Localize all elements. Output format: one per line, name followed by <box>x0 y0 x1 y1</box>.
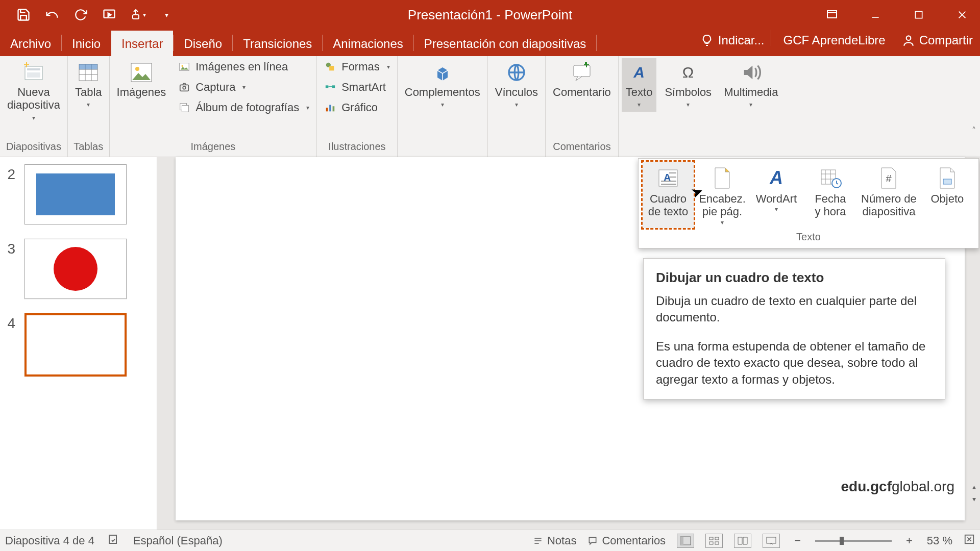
normal-view-button[interactable] <box>677 534 694 548</box>
date-time-label: Fecha y hora <box>815 192 846 218</box>
calendar-clock-icon <box>816 164 845 192</box>
group-label-empty <box>700 139 703 156</box>
status-bar: Diapositiva 4 de 4 Español (España) Nota… <box>0 530 980 551</box>
tab-transiciones[interactable]: Transiciones <box>233 31 322 56</box>
notes-icon <box>533 536 543 546</box>
redo-icon[interactable] <box>72 7 89 23</box>
svg-text:A: A <box>769 167 783 188</box>
tab-archivo[interactable]: Archivo <box>0 31 61 56</box>
thumbnail-2[interactable]: 2 <box>0 161 157 236</box>
speaker-icon <box>739 61 763 84</box>
zoom-out-button[interactable]: − <box>791 534 804 547</box>
zoom-handle[interactable] <box>840 537 844 545</box>
zoom-slider[interactable] <box>815 540 892 542</box>
svg-point-20 <box>182 65 184 67</box>
spellcheck-icon[interactable] <box>108 533 120 548</box>
tooltip-para-1: Dibuja un cuadro de texto en cualquier p… <box>656 293 933 326</box>
ribbon-tabs: Archivo Inicio Insertar Diseño Transicio… <box>0 30 980 56</box>
undo-icon[interactable] <box>44 7 60 23</box>
group-label-empty <box>441 139 444 156</box>
hash-page-icon: # <box>874 164 903 192</box>
scroll-up-icon[interactable]: ▴ <box>969 483 979 494</box>
document-title: Presentación1 - PowerPoint <box>408 7 572 23</box>
wordart-button[interactable]: A WordArt <box>751 162 802 228</box>
textbox-button[interactable]: A Cuadro de texto <box>643 162 694 228</box>
svg-rect-31 <box>333 106 335 111</box>
symbols-button[interactable]: Ω Símbolos <box>660 58 716 112</box>
gcf-link[interactable]: GCF AprendeLibre <box>777 33 892 47</box>
thumbnail-3[interactable]: 3 <box>0 236 157 310</box>
omega-icon: Ω <box>676 61 700 84</box>
comments-button[interactable]: Comentarios <box>587 534 666 547</box>
touch-mode-icon[interactable]: ▾ <box>130 7 146 23</box>
minimize-icon[interactable] <box>868 7 883 22</box>
slideshow-view-button[interactable] <box>763 534 780 548</box>
header-footer-button[interactable]: Encabez. pie pág. <box>697 162 748 228</box>
svg-rect-1 <box>133 15 139 19</box>
title-bar: ▾ ▾ Presentación1 - PowerPoint <box>0 0 980 30</box>
new-slide-icon <box>21 61 46 84</box>
tooltip-title: Dibujar un cuadro de texto <box>656 270 933 286</box>
notes-button[interactable]: Notas <box>533 534 576 547</box>
comment-button[interactable]: Comentario <box>549 58 615 102</box>
zoom-value[interactable]: 53 % <box>927 534 952 547</box>
watermark-suffix: global.org <box>892 479 954 494</box>
tab-animaciones[interactable]: Animaciones <box>323 31 413 56</box>
group-complementos: Complementos <box>398 56 488 157</box>
person-icon <box>902 34 915 47</box>
zoom-in-button[interactable]: + <box>903 534 916 547</box>
photo-album-button[interactable]: Álbum de fotografías▾ <box>174 99 313 116</box>
media-button[interactable]: Multimedia <box>720 58 782 112</box>
object-page-icon <box>933 164 962 192</box>
addins-button[interactable]: Complementos <box>401 58 484 112</box>
language-indicator[interactable]: Español (España) <box>133 534 223 547</box>
window-controls <box>824 7 970 22</box>
start-from-beginning-icon[interactable] <box>101 7 117 23</box>
online-pictures-icon <box>178 61 190 73</box>
slide-sorter-view-button[interactable] <box>705 534 723 548</box>
reading-view-button[interactable] <box>734 534 751 548</box>
group-tablas: Tabla Tablas <box>68 56 110 157</box>
svg-rect-4 <box>915 11 922 18</box>
tell-me-search[interactable]: Indicar... <box>701 33 765 47</box>
group-vinculos: Vínculos <box>488 56 546 157</box>
thumbnail-4[interactable]: 4 <box>0 310 157 388</box>
svg-rect-33 <box>574 65 590 77</box>
ribbon-display-options-icon[interactable] <box>824 7 840 22</box>
tab-inicio[interactable]: Inicio <box>62 31 111 56</box>
fit-to-window-button[interactable] <box>964 534 975 548</box>
table-button[interactable]: Tabla <box>71 58 106 112</box>
tooltip: Dibujar un cuadro de texto Dibuja un cua… <box>643 258 945 399</box>
date-time-button[interactable]: Fecha y hora <box>805 162 856 228</box>
share-button[interactable]: Compartir <box>898 33 977 47</box>
customize-qat-icon[interactable]: ▾ <box>158 7 175 23</box>
group-label-ilustraciones: Ilustraciones <box>328 139 385 156</box>
new-slide-button[interactable]: Nueva diapositiva <box>3 58 64 124</box>
object-button[interactable]: Objeto <box>922 162 973 228</box>
links-label: Vínculos <box>495 86 538 98</box>
screenshot-label: Captura <box>195 81 235 94</box>
shapes-button[interactable]: Formas▾ <box>320 58 394 76</box>
links-button[interactable]: Vínculos <box>491 58 542 112</box>
maximize-icon[interactable] <box>911 7 926 22</box>
thumb-number: 2 <box>4 166 15 183</box>
text-dropdown-button[interactable]: A Texto <box>622 58 657 112</box>
close-icon[interactable] <box>954 7 970 22</box>
tooltip-para-2: Es una forma estupenda de obtener el tam… <box>656 338 933 388</box>
slide-number-button[interactable]: # Número de diapositiva <box>859 162 919 228</box>
object-label: Objeto <box>930 192 964 205</box>
svg-rect-61 <box>767 537 776 543</box>
tab-insertar[interactable]: Insertar <box>111 31 173 56</box>
tab-diseno[interactable]: Diseño <box>174 31 232 56</box>
chart-button[interactable]: Gráfico <box>320 99 394 116</box>
tab-presentacion[interactable]: Presentación con diapositivas <box>414 31 597 56</box>
group-label-imagenes: Imágenes <box>190 139 235 156</box>
collapse-ribbon-icon[interactable]: ˄ <box>972 126 976 135</box>
smartart-button[interactable]: SmartArt <box>320 79 394 96</box>
scroll-down-icon[interactable]: ▾ <box>969 495 979 506</box>
online-pictures-button[interactable]: Imágenes en línea <box>174 58 313 76</box>
slide-counter[interactable]: Diapositiva 4 de 4 <box>5 534 94 547</box>
screenshot-button[interactable]: Captura▾ <box>174 79 313 96</box>
save-icon[interactable] <box>15 7 32 23</box>
pictures-button[interactable]: Imágenes <box>113 58 170 102</box>
